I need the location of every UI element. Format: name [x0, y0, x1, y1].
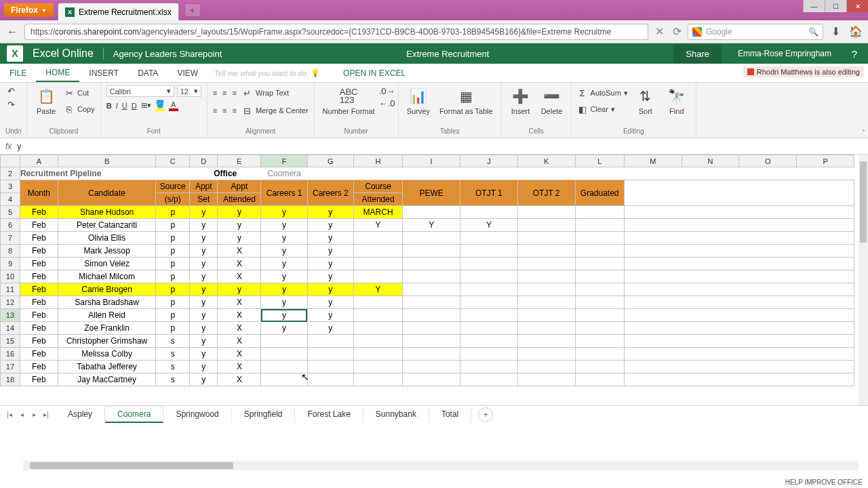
- italic-button[interactable]: I: [116, 102, 118, 110]
- align-left-button[interactable]: ≡: [213, 106, 217, 115]
- column-header-E[interactable]: E: [218, 155, 261, 167]
- underline-button[interactable]: U: [122, 102, 127, 110]
- cell[interactable]: [353, 335, 402, 348]
- column-header-K[interactable]: K: [517, 155, 575, 167]
- cell[interactable]: [353, 309, 402, 322]
- cell[interactable]: [261, 373, 307, 386]
- cell[interactable]: Y: [460, 219, 518, 232]
- row-header[interactable]: 4: [1, 193, 20, 206]
- cell[interactable]: y: [190, 348, 218, 361]
- cell[interactable]: y: [218, 206, 261, 219]
- browser-tab[interactable]: X Extreme Recruitment.xlsx: [58, 3, 179, 20]
- cell[interactable]: [403, 206, 460, 219]
- table-header[interactable]: Appt: [218, 180, 261, 193]
- wrap-text-button[interactable]: ↵Wrap Text: [242, 85, 289, 100]
- column-header-I[interactable]: I: [403, 155, 460, 167]
- column-header-C[interactable]: C: [156, 155, 190, 167]
- close-window-button[interactable]: ✕: [846, 0, 868, 12]
- cell[interactable]: X: [218, 335, 261, 348]
- column-header-J[interactable]: J: [460, 155, 518, 167]
- cell[interactable]: y: [307, 283, 353, 296]
- cell[interactable]: y: [190, 206, 218, 219]
- paste-button[interactable]: 📋 Paste: [33, 85, 60, 117]
- cell[interactable]: [517, 296, 575, 309]
- cell[interactable]: [517, 335, 575, 348]
- clear-button[interactable]: ◧Clear▾: [577, 102, 628, 117]
- cell[interactable]: Y: [403, 219, 460, 232]
- cell[interactable]: Y: [353, 219, 402, 232]
- table-header[interactable]: OTJT 1: [460, 180, 518, 206]
- cell[interactable]: X: [218, 296, 261, 309]
- cell[interactable]: [403, 348, 460, 361]
- cell[interactable]: [575, 258, 624, 270]
- row-header[interactable]: 18: [1, 373, 20, 386]
- cell[interactable]: [517, 232, 575, 245]
- cell[interactable]: Feb: [20, 322, 58, 335]
- cell[interactable]: p: [156, 283, 190, 296]
- column-header-L[interactable]: L: [575, 155, 624, 167]
- insert-cells-button[interactable]: ➕Insert: [507, 85, 534, 117]
- cell[interactable]: s: [156, 361, 190, 373]
- cell[interactable]: Michael Milcom: [58, 270, 156, 283]
- cell[interactable]: y: [218, 283, 261, 296]
- cell[interactable]: X: [218, 309, 261, 322]
- font-name-select[interactable]: Calibri▾: [106, 85, 174, 97]
- table-header[interactable]: OTJT 2: [517, 180, 575, 206]
- redo-icon[interactable]: ↷: [5, 99, 16, 110]
- row-header[interactable]: 12: [1, 296, 20, 309]
- column-header-G[interactable]: G: [307, 155, 353, 167]
- cell[interactable]: y: [190, 373, 218, 386]
- font-size-select[interactable]: 12▾: [177, 85, 201, 97]
- cell[interactable]: Y: [353, 283, 402, 296]
- cell[interactable]: [575, 335, 624, 348]
- cell[interactable]: y: [190, 296, 218, 309]
- cell[interactable]: y: [261, 258, 307, 270]
- cell[interactable]: [403, 373, 460, 386]
- survey-button[interactable]: 📊Survey: [404, 85, 433, 117]
- cell[interactable]: [261, 361, 307, 373]
- column-header-N[interactable]: N: [682, 155, 739, 167]
- cell[interactable]: y: [261, 270, 307, 283]
- cell[interactable]: Feb: [20, 245, 58, 258]
- cell[interactable]: [307, 348, 353, 361]
- table-header[interactable]: Candidate: [58, 180, 156, 206]
- cell[interactable]: y: [218, 219, 261, 232]
- tab-data[interactable]: DATA: [128, 64, 167, 82]
- cell[interactable]: [460, 361, 518, 373]
- cell[interactable]: [307, 335, 353, 348]
- sheet-nav-first[interactable]: |◂: [4, 411, 15, 418]
- sheet-tab-total[interactable]: Total: [429, 407, 471, 423]
- status-help-improve[interactable]: HELP IMPROVE OFFICE: [785, 476, 863, 488]
- row-header[interactable]: 3: [1, 180, 20, 193]
- row-header[interactable]: 14: [1, 322, 20, 335]
- cell[interactable]: y: [261, 283, 307, 296]
- cell[interactable]: Simon Velez: [58, 258, 156, 270]
- cell[interactable]: p: [156, 232, 190, 245]
- row-header[interactable]: 11: [1, 283, 20, 296]
- cell[interactable]: [353, 348, 402, 361]
- cell[interactable]: Christopher Grimshaw: [58, 335, 156, 348]
- cell[interactable]: Tabatha Jefferey: [58, 361, 156, 373]
- cell[interactable]: [353, 258, 402, 270]
- cell[interactable]: [460, 348, 518, 361]
- user-name[interactable]: Emma-Rose Empringham: [731, 49, 838, 58]
- cell[interactable]: [353, 245, 402, 258]
- cell[interactable]: y: [307, 309, 353, 322]
- copy-button[interactable]: ⎘Copy: [64, 102, 95, 117]
- cut-button[interactable]: ✂Cut: [64, 85, 95, 100]
- decrease-decimal-button[interactable]: ←.0: [382, 98, 393, 108]
- table-header[interactable]: PEWE: [403, 180, 460, 206]
- cell[interactable]: Feb: [20, 361, 58, 373]
- fx-icon[interactable]: fx: [5, 142, 12, 151]
- cell[interactable]: [575, 348, 624, 361]
- cell[interactable]: X: [218, 348, 261, 361]
- cell[interactable]: X: [218, 270, 261, 283]
- table-header[interactable]: Careers 2: [307, 180, 353, 206]
- cell[interactable]: [403, 296, 460, 309]
- cell[interactable]: [575, 245, 624, 258]
- cell[interactable]: [403, 283, 460, 296]
- sheet-tab-springwood[interactable]: Springwood: [163, 407, 231, 423]
- cell[interactable]: Olivia Ellis: [58, 232, 156, 245]
- sheet-tab-springfield[interactable]: Springfield: [232, 407, 296, 423]
- scrollbar-thumb[interactable]: [30, 462, 233, 469]
